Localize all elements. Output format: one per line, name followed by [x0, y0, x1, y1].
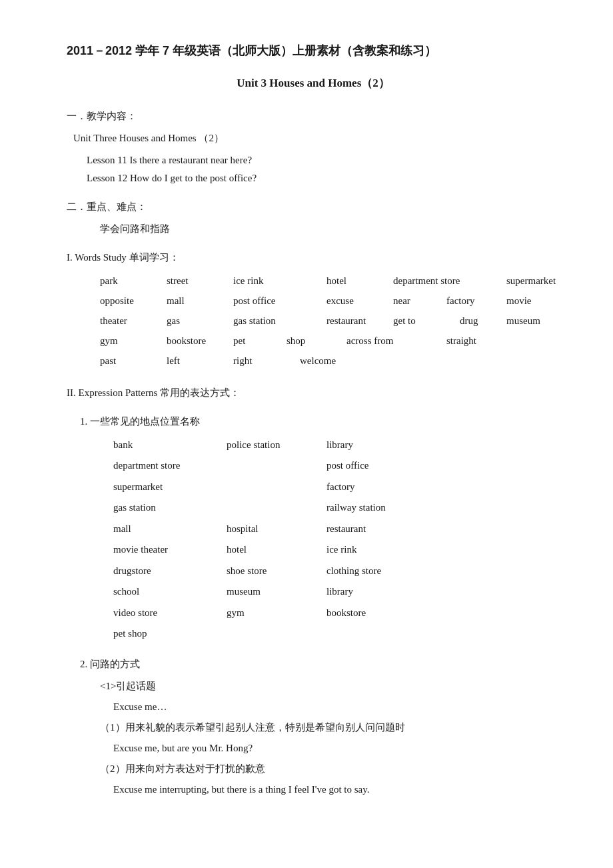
place-row-6: movie theater hotel ice rink — [113, 539, 560, 561]
place-shoestore: shoe store — [227, 561, 326, 582]
words-study: I. Words Study 单词学习： park street ice rin… — [67, 249, 560, 371]
word-mall: mall — [167, 291, 233, 311]
place-row-3: supermarket factory — [113, 477, 560, 498]
word-bookstore: bookstore — [167, 331, 233, 351]
word-museum: museum — [506, 311, 540, 331]
place-deptstore2: department store — [113, 455, 227, 477]
word-drug: drug — [460, 311, 506, 331]
place-railwaystation: railway station — [326, 497, 440, 519]
subsection1: 1. 一些常见的地点位置名称 bank police station libra… — [80, 413, 560, 645]
word-past: past — [100, 351, 167, 371]
place-empty3 — [227, 497, 326, 519]
place-school: school — [113, 581, 227, 603]
unit-title: Unit 3 Houses and Homes（2） — [67, 73, 560, 94]
word-factory: factory — [446, 291, 506, 311]
word-movie: movie — [506, 291, 532, 311]
section2-heading: 二．重点、难点： — [67, 198, 560, 216]
section1-heading: 一．教学内容： — [67, 107, 560, 125]
word-theater: theater — [100, 311, 167, 331]
place-hospital: hospital — [227, 519, 326, 540]
place-icerink2: ice rink — [326, 539, 440, 561]
section2: 二．重点、难点： 学会问路和指路 — [67, 198, 560, 238]
place-bookstore2: bookstore — [326, 603, 440, 624]
place-row-1: bank police station library — [113, 435, 560, 456]
word-row-1: park street ice rink hotel department st… — [100, 271, 560, 291]
word-shop: shop — [287, 331, 346, 351]
place-clothingstore: clothing store — [326, 561, 440, 582]
place-row-4: gas station railway station — [113, 497, 560, 519]
word-opposite: opposite — [100, 291, 167, 311]
place-drugstore: drugstore — [113, 561, 227, 582]
place-library3: library — [326, 581, 440, 603]
subsection1-heading: 1. 一些常见的地点位置名称 — [80, 413, 560, 431]
place-row-10: pet shop — [113, 623, 560, 645]
word-restaurant: restaurant — [326, 311, 393, 331]
word-right: right — [233, 351, 300, 371]
place-postoffice2: post office — [326, 455, 440, 477]
place-restaurant2: restaurant — [326, 519, 440, 540]
place-mall2: mall — [113, 519, 227, 540]
word-left: left — [167, 351, 233, 371]
word-hotel: hotel — [326, 271, 393, 291]
word-street: street — [167, 271, 233, 291]
place-museum: museum — [227, 581, 326, 603]
section1-content2: Lesson 11 Is there a restaurant near her… — [87, 151, 560, 169]
place-empty1 — [227, 455, 326, 477]
word-excuse: excuse — [326, 291, 393, 311]
word-straight: straight — [446, 331, 476, 351]
place-row-2: department store post office — [113, 455, 560, 477]
place-row-7: drugstore shoe store clothing store — [113, 561, 560, 582]
word-row-3: theater gas gas station restaurant get t… — [100, 311, 560, 331]
word-deptstore: department store — [393, 271, 506, 291]
word-acrossfrom: across from — [346, 331, 446, 351]
expression-patterns: II. Expression Patterns 常用的表达方式： 1. 一些常见… — [67, 384, 560, 799]
word-icerink: ice rink — [233, 271, 326, 291]
place-factory2: factory — [326, 477, 440, 498]
note1: （1）用来礼貌的表示希望引起别人注意，特别是希望向别人问问题时 — [100, 719, 560, 737]
word-gym: gym — [100, 331, 167, 351]
place-gasstation2: gas station — [113, 497, 227, 519]
section1-content3: Lesson 12 How do I get to the post offic… — [87, 169, 560, 187]
section2-content1: 学会问路和指路 — [100, 220, 560, 238]
section1: 一．教学内容： Unit Three Houses and Homes （2） … — [67, 107, 560, 187]
word-postoffice: post office — [233, 291, 326, 311]
place-library1: library — [326, 435, 440, 456]
subsection2: 2. 问路的方式 <1>引起话题 Excuse me… （1）用来礼貌的表示希望… — [80, 655, 560, 799]
word-row-2: opposite mall post office excuse near fa… — [100, 291, 560, 311]
word-supermarket: supermarket — [506, 271, 556, 291]
expression-heading: II. Expression Patterns 常用的表达方式： — [67, 384, 560, 402]
section1-content1: Unit Three Houses and Homes （2） — [73, 129, 560, 147]
word-near: near — [393, 291, 446, 311]
place-petshop: pet shop — [113, 623, 227, 645]
word-gasstation: gas station — [233, 311, 326, 331]
place-supermarket2: supermarket — [113, 477, 227, 498]
place-videostore: video store — [113, 603, 227, 624]
place-movietheater2: movie theater — [113, 539, 227, 561]
place-empty2 — [227, 477, 326, 498]
place-bank: bank — [113, 435, 227, 456]
word-row-5: past left right welcome — [100, 351, 560, 371]
place-gym2: gym — [227, 603, 326, 624]
place-policestation: police station — [227, 435, 326, 456]
place-hotel2: hotel — [227, 539, 326, 561]
places-list: bank police station library department s… — [113, 435, 560, 645]
example2: Excuse me interrupting, but there is a t… — [113, 781, 560, 799]
place-row-5: mall hospital restaurant — [113, 519, 560, 540]
subsection2-heading: 2. 问路的方式 — [80, 655, 560, 673]
place-row-9: video store gym bookstore — [113, 603, 560, 624]
word-welcome: welcome — [300, 351, 336, 371]
main-title: 2011－2012 学年 7 年级英语（北师大版）上册素材（含教案和练习） — [67, 40, 560, 61]
word-gas: gas — [167, 311, 233, 331]
words-study-heading: I. Words Study 单词学习： — [67, 249, 560, 267]
phrase1: Excuse me… — [113, 698, 560, 716]
word-park: park — [100, 271, 167, 291]
note2: （2）用来向对方表达对于打扰的歉意 — [100, 760, 560, 778]
example1: Excuse me, but are you Mr. Hong? — [113, 739, 560, 757]
word-pet: pet — [233, 331, 287, 351]
word-row-4: gym bookstore pet shop across from strai… — [100, 331, 560, 351]
place-row-8: school museum library — [113, 581, 560, 603]
subheading1: <1>引起话题 — [100, 677, 560, 695]
word-getto: get to — [393, 311, 460, 331]
